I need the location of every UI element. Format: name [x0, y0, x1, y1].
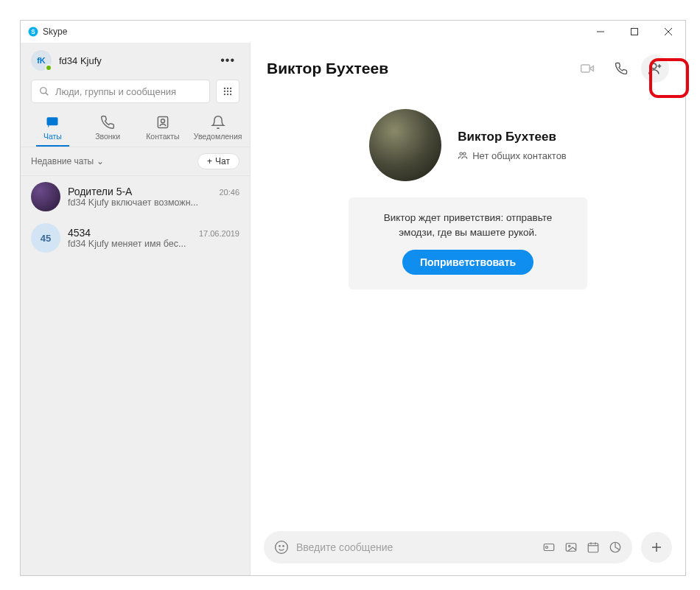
svg-point-8 [224, 88, 225, 89]
composer-area: Введите сообщение [251, 524, 685, 575]
calendar-icon [587, 541, 600, 554]
close-button[interactable] [651, 21, 685, 43]
greeting-text: Виктор ждет приветствия: отправьте эмодз… [384, 211, 553, 239]
plus-icon: + [207, 156, 212, 166]
contact-name: Виктор Бухтеев [458, 130, 567, 144]
svg-rect-31 [566, 544, 576, 552]
emoji-button[interactable] [274, 540, 289, 555]
more-options-button[interactable]: ••• [216, 54, 239, 67]
svg-point-16 [230, 94, 231, 95]
chat-list-item[interactable]: Родители 5-А 20:46 fd34 Kjufy включает в… [21, 176, 250, 217]
svg-point-32 [569, 545, 570, 547]
svg-point-14 [224, 94, 225, 95]
message-placeholder: Введите сообщение [296, 541, 542, 553]
chat-name: Родители 5-А [68, 186, 132, 197]
tab-contacts[interactable]: Контакты [136, 112, 191, 147]
svg-point-15 [227, 94, 228, 95]
svg-point-30 [546, 547, 548, 549]
chat-list: Родители 5-А 20:46 fd34 Kjufy включает в… [21, 176, 250, 575]
dialpad-button[interactable] [216, 80, 239, 103]
tab-label: Чаты [43, 132, 62, 141]
person-add-icon [648, 61, 662, 76]
recent-chats-header: Недавние чаты ⌄ +Чат [21, 147, 250, 176]
svg-point-26 [276, 541, 288, 554]
tab-notifications[interactable]: Уведомления [190, 112, 245, 147]
more-actions-button[interactable] [641, 532, 672, 563]
chat-time: 17.06.2019 [199, 229, 239, 238]
search-input[interactable]: Люди, группы и сообщения [31, 80, 210, 103]
video-call-button[interactable] [573, 55, 601, 82]
svg-point-13 [230, 91, 231, 92]
window-title: Skype [43, 27, 67, 37]
contact-profile: Виктор Бухтеев Нет общих контактов [369, 109, 567, 181]
tab-label: Уведомления [194, 132, 242, 141]
svg-point-19 [161, 119, 164, 123]
video-icon [580, 61, 595, 76]
svg-point-6 [41, 88, 46, 94]
presence-indicator-icon [45, 64, 52, 71]
svg-rect-33 [588, 544, 598, 552]
phone-icon [100, 115, 115, 130]
chat-preview: fd34 Kjufy меняет имя бес... [68, 239, 239, 249]
pie-icon [609, 541, 622, 554]
attach-file-button[interactable] [542, 541, 556, 554]
tab-chats[interactable]: Чаты [25, 112, 80, 147]
add-contact-button[interactable] [641, 55, 669, 82]
conversation-header: Виктор Бухтеев [251, 43, 685, 91]
svg-rect-20 [581, 65, 590, 72]
card-icon [542, 541, 556, 554]
contact-avatar[interactable] [369, 109, 441, 181]
emoji-icon [274, 540, 289, 555]
chevron-down-icon: ⌄ [97, 156, 104, 166]
tab-label: Звонки [95, 132, 120, 141]
image-icon [564, 541, 578, 554]
chat-preview: fd34 Kjufy включает возможн... [68, 197, 239, 208]
svg-point-21 [651, 63, 657, 69]
recent-dropdown[interactable]: Недавние чаты ⌄ [31, 156, 104, 166]
new-chat-button[interactable]: +Чат [197, 153, 239, 169]
svg-point-25 [463, 152, 466, 155]
phone-icon [615, 62, 628, 75]
audio-call-button[interactable] [607, 55, 635, 82]
tab-calls[interactable]: Звонки [80, 112, 136, 147]
greet-button[interactable]: Поприветствовать [402, 250, 533, 275]
poll-button[interactable] [609, 541, 622, 554]
svg-rect-17 [47, 117, 58, 125]
chat-list-item[interactable]: 45 4534 17.06.2019 fd34 Kjufy меняет имя… [21, 217, 250, 259]
svg-point-28 [283, 546, 284, 547]
current-user-name: fd34 Kjufy [59, 55, 216, 66]
plus-icon [650, 541, 663, 554]
greeting-card: Виктор ждет приветствия: отправьте эмодз… [349, 197, 588, 289]
search-icon [39, 86, 49, 96]
dialpad-icon [223, 86, 233, 96]
svg-point-12 [227, 91, 228, 92]
app-window: S Skype fK fd34 Kjufy ••• Люди, группы и… [20, 20, 686, 576]
current-user-avatar: fK [31, 50, 52, 71]
svg-line-7 [46, 93, 49, 96]
sidebar: fK fd34 Kjufy ••• Люди, группы и сообщен… [21, 43, 251, 575]
avatar-initials: fK [37, 56, 46, 65]
chat-avatar [31, 182, 60, 211]
current-user-row[interactable]: fK fd34 Kjufy ••• [21, 43, 250, 75]
maximize-button[interactable] [617, 21, 651, 43]
minimize-button[interactable] [584, 21, 617, 43]
svg-point-24 [460, 152, 463, 155]
tab-label: Контакты [146, 132, 179, 141]
chat-icon [45, 115, 60, 130]
chat-time: 20:46 [219, 188, 239, 197]
schedule-button[interactable] [587, 541, 600, 554]
attach-image-button[interactable] [564, 541, 578, 554]
contacts-icon [155, 115, 170, 130]
conversation-body: Виктор Бухтеев Нет общих контактов Викто… [251, 91, 685, 524]
search-placeholder: Люди, группы и сообщения [55, 86, 176, 97]
bell-icon [211, 115, 225, 130]
titlebar: S Skype [21, 21, 685, 43]
svg-text:S: S [31, 29, 35, 35]
message-input[interactable]: Введите сообщение [264, 531, 632, 563]
mutual-contacts: Нет общих контактов [458, 150, 567, 161]
svg-point-11 [224, 91, 225, 92]
svg-rect-3 [631, 29, 638, 35]
nav-tabs: Чаты Звонки Контакты Уведомления [21, 109, 250, 147]
svg-point-27 [279, 546, 280, 547]
skype-logo-icon: S [28, 27, 38, 37]
